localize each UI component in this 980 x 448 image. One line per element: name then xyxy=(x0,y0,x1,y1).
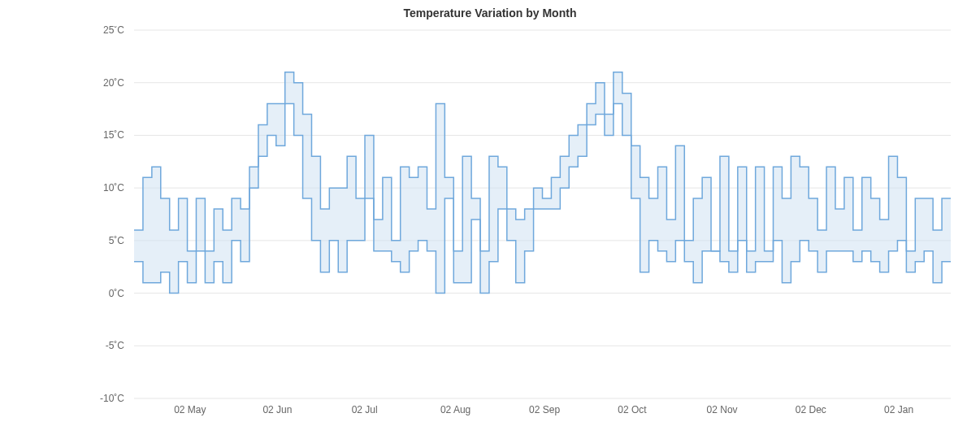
x-tick-label: 02 Jan xyxy=(884,404,913,415)
y-tick-label: 5˚C xyxy=(109,235,125,246)
y-tick-label: 0˚C xyxy=(109,288,125,299)
x-tick-label: 02 May xyxy=(174,404,206,415)
range-area xyxy=(134,72,951,294)
x-tick-label: 02 Aug xyxy=(440,404,470,415)
x-tick-label: 02 Jun xyxy=(262,404,292,415)
y-tick-label: 10˚C xyxy=(103,182,124,194)
y-tick-label: -5˚C xyxy=(106,340,125,351)
y-tick-label: -10˚C xyxy=(100,393,124,404)
y-tick-label: 15˚C xyxy=(103,129,124,141)
chart-title: Temperature Variation by Month xyxy=(0,7,980,20)
x-tick-label: 02 Sep xyxy=(529,404,560,415)
y-tick-label: 20˚C xyxy=(103,77,124,89)
x-tick-label: 02 Jul xyxy=(352,404,378,415)
x-tick-label: 02 Oct xyxy=(618,404,647,415)
x-tick-label: 02 Dec xyxy=(796,404,826,415)
x-tick-label: 02 Nov xyxy=(707,404,738,415)
chart-plot[interactable]: -10˚C-5˚C0˚C5˚C10˚C15˚C20˚C25˚C 02 May02… xyxy=(89,26,959,423)
y-tick-label: 25˚C xyxy=(103,26,124,36)
